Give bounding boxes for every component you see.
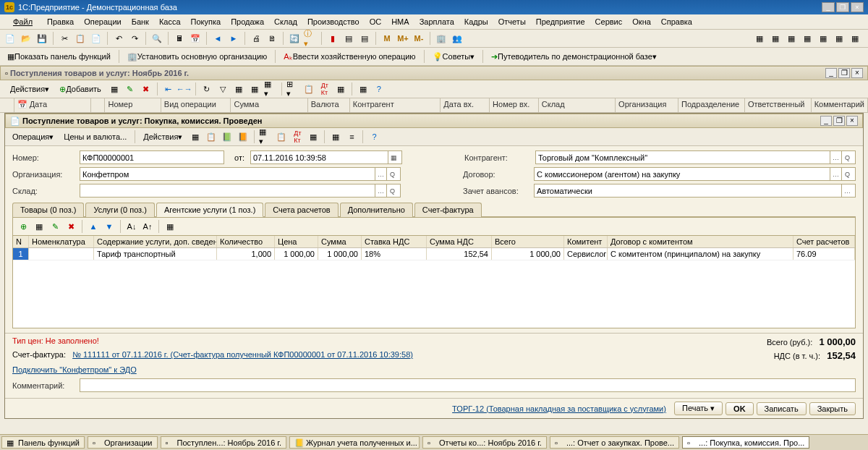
print-icon[interactable]: 🖨 [249,31,263,46]
users-icon[interactable]: 👥 [450,31,464,46]
cell-qty[interactable]: 1,000 [217,248,275,260]
cell-sum[interactable]: 1 000,00 [318,248,362,260]
add-button[interactable]: ⊕ Добавить [55,82,106,96]
doc-actions-dropdown[interactable]: Действия ▾ [139,130,187,144]
stop-icon[interactable]: ▮ [326,31,340,46]
grid-sort-icon[interactable]: A↓ [124,219,139,234]
col-org[interactable]: Организация [616,98,678,112]
help-icon[interactable]: ? [372,82,386,96]
grid-body[interactable]: 1 Тариф транспортный 1,000 1 000,00 1 00… [13,248,855,328]
open-icon[interactable]: 📂 [19,31,33,46]
gcol-price[interactable]: Цена [275,236,318,247]
save-icon[interactable]: 💾 [35,31,49,46]
minimize-button[interactable]: _ [822,2,835,12]
show-panel-button[interactable]: ▦ Показать панель функций [3,49,115,64]
grid-add-icon[interactable]: ⊕ [16,219,30,234]
menu-bank[interactable]: Банк [127,16,153,27]
cell-vatsum[interactable]: 152,54 [427,248,492,260]
tool3-icon[interactable]: ▦ [231,82,246,96]
tool6-icon[interactable]: ⊞ ▾ [286,82,300,96]
gcol-kcontract[interactable]: Договор с комитентом [608,236,793,247]
tab-accounts[interactable]: Счета расчетов [265,203,338,217]
col-datein[interactable]: Дата вх. [441,98,490,112]
gcol-desc[interactable]: Содержание услуги, доп. сведения [94,236,217,247]
cell-vat[interactable]: 18% [362,248,427,260]
col-dept[interactable]: Подразделение [678,98,745,112]
torg-link[interactable]: ТОРГ-12 (Товарная накладная за поставщик… [452,404,666,413]
r7-icon[interactable]: ▦ [848,31,862,46]
tool7-icon[interactable]: 📋 [302,82,316,96]
contract-search-icon[interactable]: Q [841,168,853,180]
save-button[interactable]: Записать [757,402,807,415]
forward-icon[interactable]: ► [226,31,241,46]
nav-first-icon[interactable]: ⇤ [161,82,176,96]
ok-button[interactable]: OK [726,402,754,415]
edit-icon[interactable]: ✎ [123,82,137,96]
menu-warehouse[interactable]: Склад [270,16,302,27]
menu-operations[interactable]: Операции [80,16,125,27]
dt6-icon[interactable]: 📋 [274,130,289,144]
cell-total[interactable]: 1 000,00 [492,248,564,260]
actions-dropdown[interactable]: Действия ▾ [6,82,54,96]
r6-icon[interactable]: ▦ [832,31,846,46]
menu-file[interactable]: Файл [4,16,41,27]
tool8-icon[interactable]: ▦ [333,82,348,96]
tool5-icon[interactable]: ▦ ▾ [263,82,278,96]
col-mark[interactable] [0,98,14,112]
tab-invoice[interactable]: Счет-фактура [414,203,482,217]
gcol-vatsum[interactable]: Сумма НДС [427,236,492,247]
grid-edit-icon[interactable]: ✎ [48,219,62,234]
dt4-icon[interactable]: 📙 [236,130,250,144]
r4-icon[interactable]: ▦ [800,31,814,46]
col-optype[interactable]: Вид операции [161,98,231,112]
gcol-nomen[interactable]: Номенклатура [29,236,94,247]
date-picker-icon[interactable]: ▦ [388,151,399,164]
cell-nomen[interactable] [29,248,94,260]
r1-icon[interactable]: ▦ [752,31,767,46]
tool4-icon[interactable]: ▦ [247,82,262,96]
contract-input[interactable]: С комиссионером (агентом) на закупку…Q [534,167,856,181]
menu-os[interactable]: ОС [365,16,386,27]
col-number[interactable]: Номер [105,98,161,112]
list2-icon[interactable]: ▤ [357,31,372,46]
close-button[interactable]: × [851,2,864,12]
list-icon[interactable]: ▤ [341,31,356,46]
menu-nma[interactable]: НМА [387,16,413,27]
back-icon[interactable]: ◄ [210,31,225,46]
delete-icon[interactable]: ✖ [139,82,153,96]
tab-additional[interactable]: Дополнительно [340,203,413,217]
cell-n[interactable]: 1 [13,248,29,260]
col-resp[interactable]: Ответственный [745,98,812,112]
contr-select-icon[interactable]: … [830,151,841,164]
copy-row-icon[interactable]: ▦ [107,82,122,96]
contr-search-icon[interactable]: Q [841,151,853,164]
dt2-icon[interactable]: 📋 [204,130,218,144]
refresh2-icon[interactable]: ↻ [200,82,214,96]
mplus-icon[interactable]: M+ [396,31,410,46]
gcol-total[interactable]: Всего [492,236,564,247]
r3-icon[interactable]: ▦ [784,31,799,46]
grid-copy-icon[interactable]: ▦ [32,219,46,234]
col-sum[interactable]: Сумма [231,98,307,112]
org-select-icon[interactable]: … [375,168,386,180]
redo-icon[interactable]: ↷ [127,31,142,46]
menu-salary[interactable]: Зарплата [415,16,459,27]
list-min-button[interactable]: _ [825,68,837,78]
grid-down-icon[interactable]: ▼ [102,219,116,234]
tab-services[interactable]: Услуги (0 поз.) [85,203,154,217]
filter-icon[interactable]: ▽ [216,82,230,96]
r5-icon[interactable]: ▦ [816,31,830,46]
dt7-icon[interactable]: ▦ [306,130,320,144]
gcol-n[interactable]: N [13,236,29,247]
tool9-icon[interactable]: ▦ [356,82,370,96]
m-icon[interactable]: M [380,31,394,46]
close-button[interactable]: Закрыть [809,402,856,415]
gcol-sum[interactable]: Сумма [318,236,362,247]
set-org-button[interactable]: 🏢 Установить основную организацию [123,49,272,64]
list-close-button[interactable]: × [851,68,863,78]
maximize-button[interactable]: ❐ [836,2,849,12]
mminus-icon[interactable]: M- [412,31,426,46]
adv-select-icon[interactable]: … [841,184,853,197]
calendar-icon[interactable]: 📅 [188,31,203,46]
dt9-icon[interactable]: ≡ [344,130,359,144]
